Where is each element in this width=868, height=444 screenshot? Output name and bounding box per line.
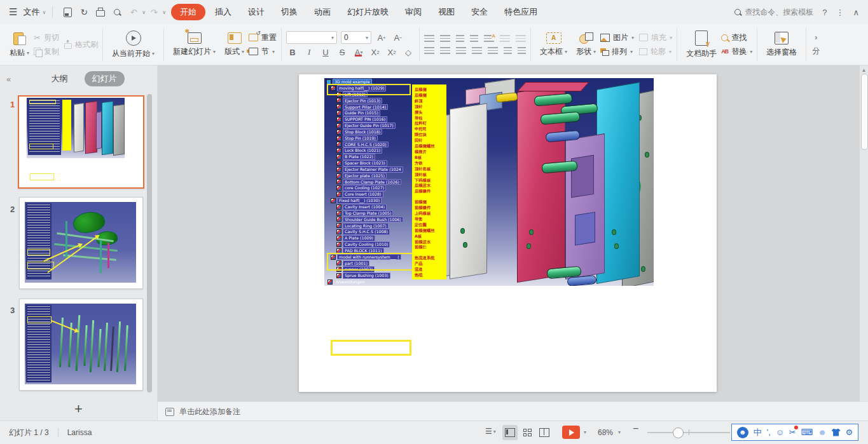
- zoom-caret-icon[interactable]: ▾: [618, 429, 621, 435]
- decrease-indent-icon[interactable]: [456, 35, 464, 43]
- menu-tab-item[interactable]: 切换: [273, 4, 306, 20]
- clear-format-button[interactable]: ◇: [402, 46, 415, 58]
- punctuation-icon[interactable]: ’,: [766, 428, 771, 436]
- tab-outline[interactable]: 大纲: [44, 71, 76, 86]
- reset-button[interactable]: 重置: [249, 32, 277, 43]
- font-color-button[interactable]: A▾: [352, 46, 365, 58]
- help-button[interactable]: ?: [822, 8, 827, 17]
- file-menu-button[interactable]: 文件 ∨: [23, 6, 46, 18]
- menu-tab-item[interactable]: 幻灯片放映: [339, 4, 397, 20]
- zoom-level[interactable]: 68%: [598, 428, 613, 437]
- person-icon[interactable]: ☻: [818, 428, 827, 436]
- new-slide-button[interactable]: 新建幻灯片▾: [169, 32, 220, 57]
- slide-sorter-view-button[interactable]: [520, 425, 535, 440]
- menu-tab-item[interactable]: 动画: [306, 4, 339, 20]
- layout-button[interactable]: 版式▾: [220, 32, 249, 57]
- superscript-button[interactable]: X2: [369, 46, 382, 58]
- add-slide-button[interactable]: +: [0, 401, 157, 417]
- empty-annotation-rectangle[interactable]: [331, 340, 411, 356]
- notes-toggle-button[interactable]: ☰▾: [485, 427, 496, 436]
- shapes-button[interactable]: 形状▾: [572, 32, 600, 57]
- selection-pane-button[interactable]: 选择窗格: [762, 32, 801, 58]
- font-size-combo[interactable]: 0▾: [341, 31, 371, 44]
- format-painter-button[interactable]: 格式刷: [64, 39, 98, 50]
- save-icon[interactable]: [59, 4, 76, 20]
- scissors-icon[interactable]: ✂: [789, 428, 796, 436]
- replace-button[interactable]: AB替换▾: [721, 46, 752, 57]
- text-direction-icon[interactable]: [484, 35, 494, 43]
- slideshow-play-button[interactable]: [562, 426, 580, 439]
- align-left-icon[interactable]: [424, 47, 434, 55]
- increase-font-button[interactable]: A+: [375, 32, 388, 43]
- play-options-caret-icon[interactable]: ▾: [584, 429, 586, 435]
- arrange-button[interactable]: 排列▾: [600, 46, 634, 57]
- chinese-mode-icon[interactable]: 中: [754, 428, 762, 436]
- ribbon-overflow[interactable]: › 分: [812, 33, 820, 57]
- numbering-icon[interactable]: [440, 35, 450, 43]
- decrease-font-button[interactable]: A−: [392, 32, 404, 43]
- command-search[interactable]: 查找命令、搜索模板: [734, 7, 813, 18]
- section-button[interactable]: 节▾: [249, 46, 277, 57]
- output-icon[interactable]: ↻: [76, 4, 92, 20]
- picture-button[interactable]: 图片▾: [600, 32, 634, 43]
- cut-button[interactable]: ✂剪切: [34, 32, 59, 43]
- print-preview-icon[interactable]: [109, 4, 125, 20]
- menu-tab-item[interactable]: 安全: [463, 4, 496, 20]
- settings-icon[interactable]: ⚙: [845, 428, 853, 436]
- justify-icon[interactable]: [472, 47, 482, 55]
- play-from-current-button[interactable]: 从当前开始▾: [107, 30, 159, 59]
- menu-tab-item[interactable]: 视图: [430, 4, 463, 20]
- redo-icon[interactable]: ↷: [146, 4, 162, 20]
- emoji-icon[interactable]: ☺: [776, 428, 784, 436]
- paragraph-spacing-icon[interactable]: [518, 47, 526, 55]
- font-name-combo[interactable]: ▾: [286, 31, 337, 44]
- collapse-panel-icon[interactable]: «: [6, 74, 11, 84]
- print-icon[interactable]: [92, 4, 109, 20]
- tab-slides[interactable]: 幻灯片: [85, 71, 125, 86]
- outline-button[interactable]: 轮廓▾: [639, 46, 672, 57]
- bullets-icon[interactable]: [424, 35, 434, 43]
- subscript-button[interactable]: X2: [385, 46, 398, 58]
- more-button[interactable]: ⋮: [836, 8, 844, 17]
- menu-tab-item[interactable]: 设计: [240, 4, 273, 20]
- zoom-slider-thumb[interactable]: [673, 427, 684, 438]
- strikethrough-button[interactable]: S: [336, 46, 348, 58]
- italic-button[interactable]: I: [303, 46, 315, 58]
- align-center-icon[interactable]: [440, 47, 450, 55]
- sogou-avatar-icon[interactable]: ☻: [737, 427, 748, 438]
- redo-caret-icon[interactable]: ∨: [162, 10, 166, 15]
- menu-tab-item[interactable]: 特色应用: [496, 4, 546, 20]
- menu-tab-active[interactable]: 开始: [171, 4, 205, 20]
- line-spacing-icon[interactable]: [504, 47, 512, 55]
- reading-view-button[interactable]: [537, 425, 552, 440]
- keyboard-icon[interactable]: ⌨: [801, 428, 813, 436]
- scrollbar-thumb[interactable]: [861, 74, 868, 150]
- menu-tab-item[interactable]: 审阅: [397, 4, 430, 20]
- align-text-icon[interactable]: [516, 35, 526, 43]
- find-button[interactable]: 查找: [721, 32, 752, 43]
- slide-thumbnail-1[interactable]: [18, 95, 144, 189]
- zoom-out-button[interactable]: −: [633, 423, 638, 434]
- hamburger-menu-icon[interactable]: ☰: [9, 6, 17, 18]
- undo-icon[interactable]: ↶: [125, 4, 142, 20]
- copy-button[interactable]: 复制: [34, 46, 59, 57]
- editor-scrollbar[interactable]: ▲: [860, 65, 868, 401]
- distribute-icon[interactable]: [488, 47, 498, 55]
- skin-icon[interactable]: [832, 429, 841, 436]
- text-frame-icon[interactable]: [500, 35, 510, 43]
- underline-button[interactable]: U: [319, 46, 332, 58]
- slide-canvas[interactable]: 3D mold examplemoving half(__) (1029)Lif…: [299, 74, 717, 392]
- slide-thumbnail-2[interactable]: [19, 197, 143, 289]
- textbox-button[interactable]: A 文本框▾: [535, 32, 572, 57]
- align-right-icon[interactable]: [456, 47, 466, 55]
- collapse-ribbon-button[interactable]: ∧: [853, 8, 859, 17]
- sidebar-scrollbar[interactable]: [147, 94, 152, 393]
- increase-indent-icon[interactable]: [470, 35, 478, 43]
- slide-thumbnail-3[interactable]: [19, 299, 143, 391]
- doc-assistant-button[interactable]: 文档助手: [682, 30, 721, 59]
- menu-tab-item[interactable]: 插入: [207, 4, 240, 20]
- scroll-up-icon[interactable]: ▲: [860, 65, 868, 73]
- slide-image-catia[interactable]: 3D mold examplemoving half(__) (1029)Lif…: [324, 78, 654, 286]
- bold-button[interactable]: B: [286, 46, 299, 58]
- paste-button[interactable]: 粘贴▾: [5, 31, 34, 58]
